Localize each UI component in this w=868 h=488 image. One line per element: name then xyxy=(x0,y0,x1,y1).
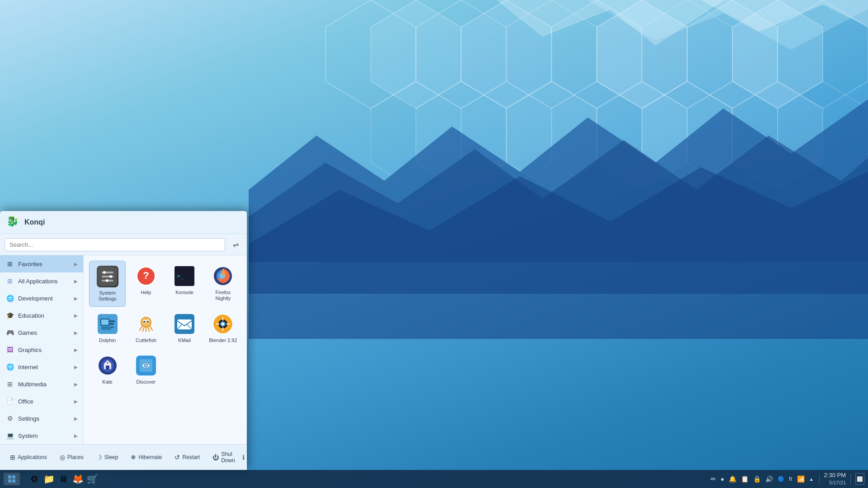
svg-text:>_: >_ xyxy=(177,272,184,279)
dolphin-icon xyxy=(97,313,118,335)
taskbar-discover-app[interactable]: 🛒 xyxy=(86,473,99,485)
sidebar-item-favorites[interactable]: ⊞ Favorites ▶ xyxy=(0,255,83,272)
blender-icon xyxy=(212,313,234,335)
svg-marker-2 xyxy=(416,0,506,108)
sidebar-item-development[interactable]: 🌐 Development ▶ xyxy=(0,290,83,307)
footer-applications-btn[interactable]: ⊞ Applications xyxy=(5,451,52,464)
app-discover[interactable]: Discover xyxy=(127,350,164,389)
app-blender[interactable]: Blender 2.92 xyxy=(205,309,241,348)
launcher-title: Konqi xyxy=(24,218,45,226)
launcher-header: 🐉 Konqi xyxy=(0,211,247,234)
office-icon: 📄 xyxy=(5,397,14,406)
tray-clipboard-icon[interactable]: 📋 xyxy=(740,474,750,483)
launcher: 🐉 Konqi ⇌ ⊞ Favorites ▶ ⊞ All Applicati xyxy=(0,211,247,470)
footer-sleep-btn[interactable]: ☽ Sleep xyxy=(91,451,124,464)
taskbar-launcher-icon xyxy=(7,474,16,483)
svg-marker-13 xyxy=(461,81,552,190)
app-kate[interactable]: Kate xyxy=(89,350,126,389)
taskbar-files-app[interactable]: 📁 xyxy=(42,473,55,485)
taskbar-firefox-app[interactable]: 🦊 xyxy=(71,473,84,485)
taskbar-launcher-btn[interactable] xyxy=(4,473,20,485)
konsole-icon: >_ xyxy=(174,265,195,287)
svg-rect-64 xyxy=(12,475,15,479)
all-apps-arrow: ▶ xyxy=(74,279,78,284)
app-help[interactable]: ? Help xyxy=(127,261,164,307)
system-icon: 💻 xyxy=(5,431,14,440)
kmail-icon xyxy=(174,313,195,335)
tray-wifi-icon[interactable]: 📶 xyxy=(796,474,806,483)
tray-language-icon[interactable]: fr xyxy=(788,475,793,483)
multimedia-arrow: ▶ xyxy=(74,382,78,387)
sidebar-item-system[interactable]: 💻 System ▶ xyxy=(0,427,83,444)
svg-rect-63 xyxy=(8,475,11,479)
games-icon: 🎮 xyxy=(5,328,14,337)
svg-rect-50 xyxy=(177,319,192,329)
taskbar-pinned-apps: ⚙ 📁 🖥 🦊 🛒 xyxy=(28,473,99,485)
svg-marker-8 xyxy=(687,0,778,108)
sidebar: ⊞ Favorites ▶ ⊞ All Applications ▶ 🌐 Dev… xyxy=(0,255,84,444)
svg-marker-5 xyxy=(552,0,642,108)
sidebar-item-internet[interactable]: 🌐 Internet ▶ xyxy=(0,358,83,375)
sidebar-item-settings[interactable]: ⚙ Settings ▶ xyxy=(0,410,83,427)
desktop: 🐉 Konqi ⇌ ⊞ Favorites ▶ ⊞ All Applicati xyxy=(0,0,868,488)
taskbar-clock[interactable]: 2:30 PM 5/17/21 xyxy=(824,472,846,486)
sidebar-item-games[interactable]: 🎮 Games ▶ xyxy=(0,324,83,341)
education-arrow: ▶ xyxy=(74,313,78,318)
svg-rect-42 xyxy=(101,328,111,329)
tray-expand-icon[interactable]: ▲ xyxy=(808,476,815,483)
sidebar-item-all-applications[interactable]: ⊞ All Applications ▶ xyxy=(0,272,83,290)
tray-dot-icon[interactable]: ● xyxy=(720,474,725,483)
app-system-settings[interactable]: System Settings xyxy=(89,261,126,307)
footer-shutdown-btn[interactable]: ⏻ Shut Down xyxy=(207,448,241,466)
taskbar-terminal-app[interactable]: 🖥 xyxy=(57,473,70,485)
search-input[interactable] xyxy=(5,238,225,251)
svg-marker-18 xyxy=(687,81,778,190)
svg-marker-11 xyxy=(371,81,461,190)
kate-icon xyxy=(97,355,118,376)
taskbar-settings-app[interactable]: ⚙ xyxy=(28,473,41,485)
footer-hibernate-btn[interactable]: ❄ Hibernate xyxy=(125,451,167,464)
svg-rect-39 xyxy=(109,320,115,322)
footer-places-btn[interactable]: ◎ Places xyxy=(54,451,89,464)
taskbar-show-desktop-btn[interactable]: ⬜ xyxy=(855,473,864,485)
clock-separator xyxy=(850,474,851,484)
sleep-footer-icon: ☽ xyxy=(96,454,102,461)
office-arrow: ▶ xyxy=(74,399,78,404)
internet-arrow: ▶ xyxy=(74,365,78,370)
svg-marker-19 xyxy=(732,81,823,190)
tray-bell-icon[interactable]: 🔔 xyxy=(728,474,737,483)
svg-marker-7 xyxy=(642,0,732,108)
svg-marker-9 xyxy=(732,0,823,108)
tray-volume-icon[interactable]: 🔊 xyxy=(764,474,774,483)
all-apps-icon: ⊞ xyxy=(5,277,14,286)
tray-bluetooth-icon[interactable]: 🔵 xyxy=(777,475,785,483)
app-firefox-nightly[interactable]: Firefox Nightly xyxy=(205,261,241,307)
app-cuttlefish[interactable]: Cuttlefish xyxy=(127,309,164,348)
taskbar-system-tray: ✏ ● 🔔 📋 🔒 🔊 🔵 fr 📶 ▲ 2:30 PM 5/17/21 ⬜ xyxy=(710,472,864,486)
app-dolphin[interactable]: Dolphin xyxy=(89,309,126,348)
app-kmail[interactable]: KMail xyxy=(166,309,203,348)
konqi-logo: 🐉 xyxy=(6,216,20,229)
sidebar-item-graphics[interactable]: 🖼 Graphics ▶ xyxy=(0,341,83,358)
svg-marker-4 xyxy=(506,0,597,108)
svg-point-27 xyxy=(106,279,108,282)
svg-point-48 xyxy=(147,321,149,323)
favorites-arrow: ▶ xyxy=(74,262,78,267)
svg-point-25 xyxy=(103,271,106,274)
app-konsole[interactable]: >_ Konsole xyxy=(166,261,203,307)
svg-marker-6 xyxy=(597,0,687,108)
svg-rect-41 xyxy=(101,327,114,328)
tray-edit-icon[interactable]: ✏ xyxy=(710,474,717,483)
taskbar: ⚙ 📁 🖥 🦊 🛒 ✏ ● 🔔 📋 🔒 🔊 🔵 fr 📶 ▲ 2:30 PM 5… xyxy=(0,470,868,488)
sidebar-item-multimedia[interactable]: ⊞ Multimedia ▶ xyxy=(0,375,83,393)
search-filter-button[interactable]: ⇌ xyxy=(229,238,242,251)
svg-point-26 xyxy=(109,275,112,278)
cuttlefish-icon xyxy=(135,313,157,335)
sidebar-item-office[interactable]: 📄 Office ▶ xyxy=(0,393,83,410)
shutdown-footer-icon: ⏻ xyxy=(212,454,219,461)
sidebar-item-education[interactable]: 🎓 Education ▶ xyxy=(0,307,83,324)
footer-info-btn[interactable]: ℹ xyxy=(242,451,245,464)
tray-lock-icon[interactable]: 🔒 xyxy=(752,474,762,483)
footer-restart-btn[interactable]: ↺ Restart xyxy=(169,451,205,464)
games-arrow: ▶ xyxy=(74,330,78,335)
